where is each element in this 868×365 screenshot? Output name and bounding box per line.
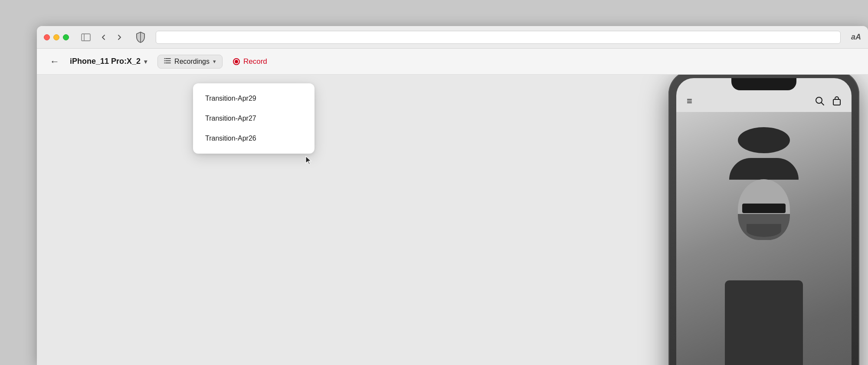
- person-image: [676, 112, 852, 365]
- svg-point-6: [164, 60, 165, 61]
- svg-line-9: [821, 102, 824, 105]
- shield-icon: [136, 32, 145, 43]
- mouse-cursor: [305, 155, 314, 166]
- dropdown-item-apr27[interactable]: Transition-Apr27: [193, 109, 314, 128]
- svg-rect-0: [82, 34, 90, 41]
- recordings-chevron-icon: ▾: [213, 58, 216, 65]
- browser-window: aA ← iPhone_11 Pro:X_2 ▾ Recordings: [37, 26, 868, 365]
- device-name-label: iPhone_11 Pro:X_2: [70, 57, 141, 66]
- iphone-search-icon: [815, 96, 825, 106]
- iphone-mockup: ≡: [668, 75, 868, 365]
- device-name-button[interactable]: iPhone_11 Pro:X_2 ▾: [70, 57, 147, 66]
- hat-brim: [729, 158, 799, 180]
- maximize-button[interactable]: [63, 34, 69, 40]
- secondary-toolbar: ← iPhone_11 Pro:X_2 ▾ Recordings ▾: [37, 49, 868, 75]
- svg-rect-10: [833, 99, 840, 105]
- iphone-nav-right: [815, 96, 841, 106]
- beard: [747, 224, 781, 237]
- secondary-back-button[interactable]: ←: [50, 56, 59, 67]
- iphone-notch: [731, 78, 796, 90]
- url-bar[interactable]: [156, 31, 841, 44]
- dropdown-item-apr29[interactable]: Transition-Apr29: [193, 89, 314, 109]
- close-button[interactable]: [44, 34, 50, 40]
- record-dot-inner: [235, 60, 238, 63]
- minimize-button[interactable]: [53, 34, 59, 40]
- person-body: [725, 280, 803, 365]
- iphone-outer-frame: ≡: [668, 75, 859, 365]
- forward-nav-button[interactable]: [113, 31, 125, 43]
- svg-point-5: [164, 58, 165, 59]
- iphone-bag-icon: [832, 96, 841, 106]
- main-content: Transition-Apr29 Transition-Apr27 Transi…: [37, 75, 868, 365]
- iphone-screen: ≡: [676, 78, 852, 365]
- back-nav-button[interactable]: [98, 31, 110, 43]
- translate-icon[interactable]: aA: [851, 33, 861, 42]
- iphone-screen-content: ≡: [676, 78, 852, 365]
- iphone-menu-icon: ≡: [687, 95, 692, 107]
- recordings-dropdown: Transition-Apr29 Transition-Apr27 Transi…: [193, 83, 314, 154]
- title-bar: aA: [37, 26, 868, 49]
- toolbar-icons: aA: [851, 33, 861, 42]
- traffic-lights: [44, 34, 69, 40]
- sidebar-toggle-button[interactable]: [81, 33, 91, 41]
- record-label: Record: [243, 57, 267, 66]
- record-dot-icon: [233, 58, 240, 65]
- sunglasses: [742, 204, 786, 213]
- device-chevron-icon: ▾: [144, 58, 147, 65]
- recordings-button[interactable]: Recordings ▾: [157, 55, 223, 69]
- dropdown-item-apr26[interactable]: Transition-Apr26: [193, 128, 314, 148]
- svg-point-7: [164, 62, 165, 63]
- person-head: [738, 179, 790, 240]
- record-button[interactable]: Record: [233, 57, 267, 66]
- hat-top: [738, 127, 790, 153]
- list-icon: [164, 58, 171, 66]
- recordings-label: Recordings: [174, 58, 210, 66]
- nav-buttons: [98, 31, 125, 43]
- iphone-main-image: [676, 112, 852, 365]
